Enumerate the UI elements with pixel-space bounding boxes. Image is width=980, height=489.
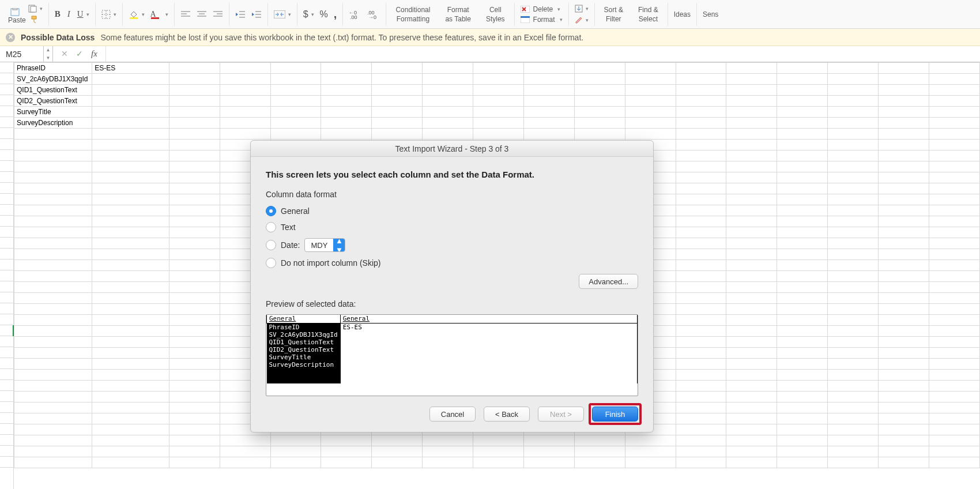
- cell[interactable]: [14, 216, 92, 227]
- cell[interactable]: [523, 446, 574, 457]
- cell[interactable]: [625, 96, 676, 107]
- cell[interactable]: [676, 129, 726, 140]
- ideas-button[interactable]: Ideas: [670, 10, 694, 18]
- cell[interactable]: [14, 337, 92, 348]
- cell[interactable]: [169, 194, 220, 205]
- cell[interactable]: [879, 413, 929, 424]
- cell[interactable]: [879, 293, 929, 304]
- preview-column-header[interactable]: General: [267, 315, 341, 323]
- cell[interactable]: [777, 271, 828, 282]
- cell[interactable]: [523, 118, 574, 129]
- cell[interactable]: [879, 304, 929, 315]
- cell[interactable]: [574, 457, 625, 468]
- cell[interactable]: [14, 348, 92, 359]
- cell[interactable]: [726, 194, 777, 205]
- cell[interactable]: [625, 107, 676, 118]
- cell[interactable]: [676, 282, 726, 293]
- cell[interactable]: [828, 304, 879, 315]
- cell[interactable]: [777, 315, 828, 326]
- cell[interactable]: [929, 107, 979, 118]
- cell[interactable]: [929, 326, 979, 337]
- cell[interactable]: [828, 392, 879, 403]
- cell[interactable]: [14, 359, 92, 370]
- cell[interactable]: [423, 446, 473, 457]
- cell[interactable]: [220, 457, 270, 468]
- cell[interactable]: [726, 161, 777, 172]
- cell[interactable]: [169, 63, 220, 74]
- cell[interactable]: [726, 151, 777, 161]
- cell[interactable]: [726, 326, 777, 337]
- cell[interactable]: [92, 326, 169, 337]
- cell[interactable]: [726, 435, 777, 446]
- cell[interactable]: [676, 194, 726, 205]
- fill-color-button[interactable]: ▾: [129, 10, 145, 19]
- cell[interactable]: [676, 205, 726, 216]
- radio-text[interactable]: Text: [266, 222, 638, 232]
- cell[interactable]: [879, 326, 929, 337]
- cell[interactable]: [676, 413, 726, 424]
- cell[interactable]: [92, 260, 169, 271]
- cell[interactable]: QID1_QuestionText: [14, 85, 92, 96]
- cell[interactable]: [92, 140, 169, 151]
- cell[interactable]: [169, 151, 220, 161]
- cell[interactable]: [777, 337, 828, 348]
- cell[interactable]: [879, 359, 929, 370]
- cell[interactable]: [14, 271, 92, 282]
- cell[interactable]: [929, 238, 979, 249]
- cell[interactable]: [879, 238, 929, 249]
- cell[interactable]: [14, 249, 92, 260]
- cell[interactable]: [726, 403, 777, 413]
- cell[interactable]: [270, 63, 321, 74]
- cell[interactable]: [169, 118, 220, 129]
- cell[interactable]: [726, 63, 777, 74]
- cell[interactable]: [14, 129, 92, 140]
- cell[interactable]: [676, 457, 726, 468]
- cell[interactable]: [92, 151, 169, 161]
- cell[interactable]: [92, 194, 169, 205]
- cell[interactable]: [676, 227, 726, 238]
- cell[interactable]: [14, 446, 92, 457]
- cell[interactable]: [169, 260, 220, 271]
- cancel-button[interactable]: Cancel: [429, 407, 476, 422]
- cell[interactable]: [777, 359, 828, 370]
- cell[interactable]: [169, 370, 220, 381]
- cell[interactable]: [879, 96, 929, 107]
- cell[interactable]: [14, 457, 92, 468]
- cell[interactable]: [92, 172, 169, 183]
- cell[interactable]: [676, 249, 726, 260]
- cell[interactable]: [828, 315, 879, 326]
- cell[interactable]: [828, 293, 879, 304]
- cell[interactable]: [14, 392, 92, 403]
- cell[interactable]: [625, 118, 676, 129]
- cell[interactable]: [726, 337, 777, 348]
- cell[interactable]: [14, 370, 92, 381]
- cell[interactable]: [321, 118, 372, 129]
- cell[interactable]: [879, 205, 929, 216]
- cell[interactable]: [676, 337, 726, 348]
- cell[interactable]: [14, 315, 92, 326]
- cell[interactable]: [777, 96, 828, 107]
- cell[interactable]: [929, 96, 979, 107]
- cell[interactable]: [372, 457, 423, 468]
- cell[interactable]: [879, 63, 929, 74]
- worksheet-grid[interactable]: PhraseIDES-ESSV_2cA6yDBJ1X3qgIdQID1_Ques…: [0, 62, 980, 489]
- cell[interactable]: [92, 249, 169, 260]
- cell[interactable]: [14, 403, 92, 413]
- cell[interactable]: [929, 85, 979, 96]
- cell[interactable]: [321, 74, 372, 85]
- cell[interactable]: [14, 424, 92, 435]
- cell[interactable]: [169, 249, 220, 260]
- cell[interactable]: [473, 118, 524, 129]
- cell[interactable]: [270, 446, 321, 457]
- increase-indent-icon[interactable]: [251, 9, 262, 20]
- cell[interactable]: [14, 381, 92, 392]
- cell[interactable]: [828, 107, 879, 118]
- cell[interactable]: [321, 129, 372, 140]
- cell[interactable]: [14, 227, 92, 238]
- cell[interactable]: [929, 435, 979, 446]
- cell[interactable]: [879, 435, 929, 446]
- cell[interactable]: [14, 282, 92, 293]
- merge-cells-button[interactable]: ▾: [274, 10, 291, 18]
- cell[interactable]: [828, 413, 879, 424]
- cell[interactable]: [726, 183, 777, 194]
